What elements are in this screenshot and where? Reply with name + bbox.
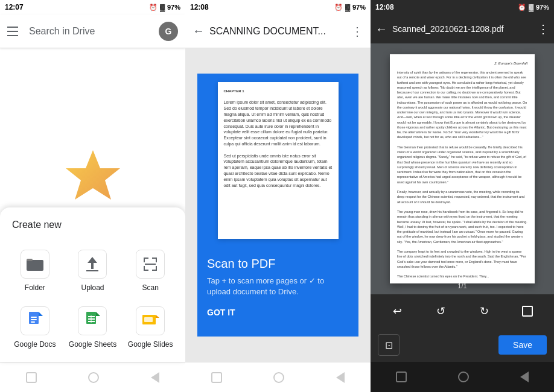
svg-rect-10 xyxy=(144,266,145,271)
recents-nav-2[interactable] xyxy=(211,372,222,383)
status-bar-3: 12:08 ⏰ ▓ 97% xyxy=(371,0,554,14)
alarm-icon: ⏰ xyxy=(149,4,158,11)
back-arrow-2[interactable]: ← xyxy=(193,24,205,38)
create-scan-item[interactable]: Scan xyxy=(121,242,179,299)
battery-percent-3: 97% xyxy=(536,4,549,11)
alarm-icon-3: ⏰ xyxy=(518,4,526,11)
pdf-blue-bg: CHAPTER 1 Lorem ipsum dolor sit amet, co… xyxy=(197,74,358,247)
svg-rect-6 xyxy=(144,258,145,262)
got-it-button[interactable]: GOT IT xyxy=(207,308,235,317)
battery-percent-1: 97% xyxy=(167,4,180,11)
pdf-page-text: CHAPTER 1 Lorem ipsum dolor sit amet, co… xyxy=(218,82,339,239)
folder-icon xyxy=(21,250,49,279)
battery-percent-2: 97% xyxy=(352,4,366,11)
pdf-action-bar: ⊡ Save xyxy=(371,328,554,362)
copy-icon: ⊡ xyxy=(385,340,393,351)
status-icons-3: ⏰ ▓ 97% xyxy=(518,4,549,11)
bottom-sheet: Create new Folder Upload xyxy=(0,207,185,362)
panel2-title-text: SCANNING DOCUMENT... xyxy=(209,26,346,37)
avatar[interactable]: G xyxy=(159,22,178,41)
home-nav-3[interactable] xyxy=(458,371,469,382)
docs-icon xyxy=(21,306,49,335)
save-button[interactable]: Save xyxy=(498,335,547,355)
create-folder-item[interactable]: Folder xyxy=(6,242,64,299)
top-bar-1: Search in Drive G xyxy=(0,14,185,48)
upload-icon xyxy=(78,250,107,279)
undo-icon: ↩ xyxy=(393,305,402,318)
undo-button[interactable]: ↩ xyxy=(386,300,408,322)
nav-bar-1 xyxy=(0,362,185,392)
pdf-preview-area: CHAPTER 1 Lorem ipsum dolor sit amet, co… xyxy=(185,48,371,362)
svg-rect-4 xyxy=(86,270,98,271)
time-2: 12:08 xyxy=(190,3,209,11)
pdf-viewer-page: 2. Europe's Downfall intensity of spirit… xyxy=(390,54,535,283)
create-sheets-item[interactable]: Google Sheets xyxy=(64,299,122,356)
recents-nav-1[interactable] xyxy=(26,372,37,383)
panel-drive: 12:07 ⏰ ▓ 97% Search in Drive G xyxy=(0,0,185,392)
folder-label: Folder xyxy=(25,283,45,292)
status-icons-2: ⏰ ▓ 97% xyxy=(334,4,366,11)
create-new-title: Create new xyxy=(0,220,185,242)
scan-label: Scan xyxy=(142,283,158,292)
scan-to-pdf-subtitle: Tap + to scan more pages or ✓ to upload … xyxy=(207,276,349,297)
create-slides-item[interactable]: Google Slides xyxy=(121,299,179,356)
scan-icon xyxy=(136,250,165,279)
slides-label: Google Slides xyxy=(128,340,173,349)
pdf-toolbar: ↩ ↺ ↻ xyxy=(371,294,554,328)
panel-scan: 12:08 ⏰ ▓ 97% ← SCANNING DOCUMENT... ⋮ C… xyxy=(185,0,371,392)
svg-rect-8 xyxy=(156,258,157,262)
svg-rect-27 xyxy=(144,317,153,322)
svg-rect-13 xyxy=(145,264,156,265)
copy-button[interactable]: ⊡ xyxy=(378,334,400,356)
svg-rect-18 xyxy=(31,321,35,323)
page-indicator: 1/1 xyxy=(457,282,466,289)
more-vert-3[interactable]: ⋮ xyxy=(537,22,549,36)
scan-to-pdf-title: Scan to PDF xyxy=(207,257,349,271)
top-bar-3: ← Scanned_20210621-1208.pdf ⋮ xyxy=(371,14,554,43)
create-items-grid: Folder Upload xyxy=(0,242,185,356)
status-icons-1: ⏰ ▓ 97% xyxy=(149,4,180,11)
battery-icon: ▓ xyxy=(160,4,165,11)
svg-marker-20 xyxy=(96,312,100,316)
pdf-viewer-text: intensity of spirit than by the artisans… xyxy=(397,70,527,279)
sheets-icon xyxy=(78,306,107,335)
back-arrow-3[interactable]: ← xyxy=(375,22,387,36)
pdf-viewer-content: 2. Europe's Downfall intensity of spirit… xyxy=(371,43,554,294)
crop-button[interactable] xyxy=(517,300,538,322)
nav-bar-2 xyxy=(185,362,371,392)
rotate-right-icon: ↻ xyxy=(480,305,489,318)
svg-marker-15 xyxy=(39,312,43,316)
svg-rect-3 xyxy=(27,259,33,261)
status-bar-1: 12:07 ⏰ ▓ 97% xyxy=(0,0,185,14)
rotate-left-button[interactable]: ↺ xyxy=(430,300,451,322)
crop-icon xyxy=(521,305,533,317)
hamburger-icon[interactable] xyxy=(7,24,22,39)
home-nav-2[interactable] xyxy=(273,372,284,383)
svg-rect-16 xyxy=(31,317,37,318)
svg-rect-28 xyxy=(523,306,532,316)
svg-marker-26 xyxy=(156,315,159,318)
top-bar-2: ← SCANNING DOCUMENT... ⋮ xyxy=(185,14,371,48)
battery-icon-2: ▓ xyxy=(345,4,350,11)
time-3: 12:08 xyxy=(375,3,394,11)
rotate-left-icon: ↺ xyxy=(436,305,445,318)
back-nav-3[interactable] xyxy=(520,371,529,382)
svg-rect-17 xyxy=(31,319,37,320)
home-nav-1[interactable] xyxy=(88,372,99,383)
sheets-label: Google Sheets xyxy=(69,340,116,349)
search-placeholder[interactable]: Search in Drive xyxy=(29,26,151,37)
pdf-page-preview: CHAPTER 1 Lorem ipsum dolor sit amet, co… xyxy=(218,82,339,239)
back-nav-2[interactable] xyxy=(336,372,345,383)
create-docs-item[interactable]: Google Docs xyxy=(6,299,64,356)
chapter-title: 2. Europe's Downfall xyxy=(397,62,527,65)
pdf-filename: Scanned_20210621-1208.pdf xyxy=(392,24,532,34)
nav-bar-3 xyxy=(371,362,554,392)
recents-nav-3[interactable] xyxy=(396,371,407,382)
docs-label: Google Docs xyxy=(14,340,56,349)
create-upload-item[interactable]: Upload xyxy=(64,242,122,299)
rotate-right-button[interactable]: ↻ xyxy=(473,300,495,322)
status-bar-2: 12:08 ⏰ ▓ 97% xyxy=(185,0,371,14)
more-vert-2[interactable]: ⋮ xyxy=(351,24,363,39)
alarm-icon-2: ⏰ xyxy=(334,4,343,11)
back-nav-1[interactable] xyxy=(151,372,159,383)
